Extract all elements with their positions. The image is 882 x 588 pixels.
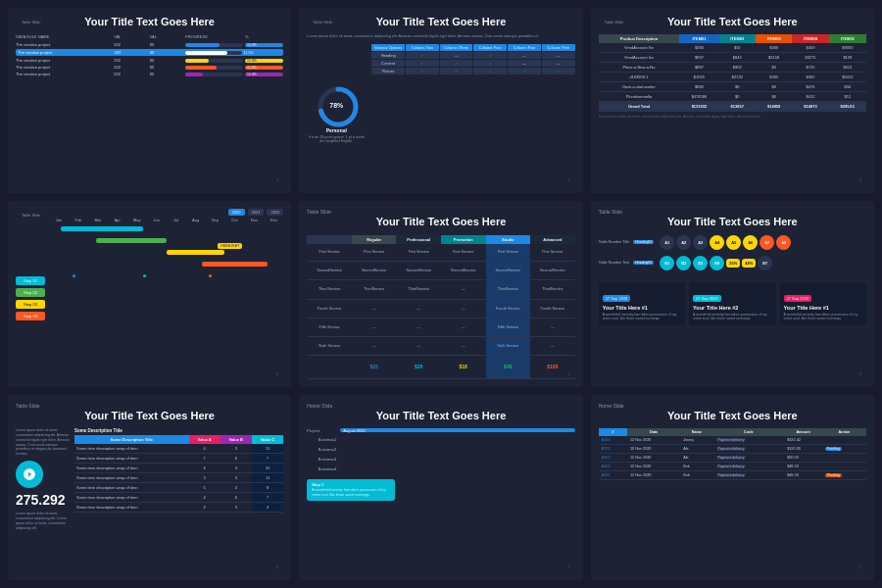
table-row: Some item description wrap of item434 bbox=[74, 502, 283, 512]
table-row: Some item description wrap of item548 bbox=[74, 482, 283, 492]
table-row: Some item description wrap of item3311 bbox=[74, 472, 283, 482]
table-row: The creative project 202 80 11.0% bbox=[16, 58, 283, 63]
gantt-row bbox=[49, 224, 283, 232]
slide2-desc: Lorem ipsum dolor sit amet, consectetur … bbox=[307, 34, 574, 39]
slide2-tag: Table Slide bbox=[313, 20, 332, 24]
gantt-row: HIGHLIGHT bbox=[49, 248, 283, 256]
slide-number: 7 bbox=[567, 564, 569, 569]
progress-bar bbox=[185, 59, 243, 63]
slide-number: 3 bbox=[859, 371, 861, 376]
slide-2: Table Slide Your Title Text Goes Here Lo… bbox=[299, 8, 582, 193]
slide6-title: Your Title Text Goes Here bbox=[599, 216, 866, 228]
table-row: Some item description wrap of item4311 bbox=[74, 444, 283, 454]
table-row: Place-a-New-a-No$897$902$0$725$412 bbox=[599, 63, 866, 73]
card-item: 27 Sep 2020 Your Title Here #2 A wonderf… bbox=[689, 282, 775, 326]
slide3-title: Your Title Text Goes Here bbox=[599, 16, 866, 28]
slide9-title: Your Title Text Goes Here bbox=[599, 410, 866, 422]
gantt-chart: JanFebMarApr MayJunJulAug SepOctNovDec H… bbox=[49, 218, 283, 378]
card-item: 27 Sep 2020 Your Title Here #1 A wonderf… bbox=[599, 282, 685, 326]
slide7-left: Lorem ipsum dolor sit amet, consectetur … bbox=[16, 428, 70, 572]
table-row: Third Service ThirdService ThirdService … bbox=[307, 280, 574, 299]
table-row: VendAccount Inc$697$842$3158$3275$128 bbox=[599, 53, 866, 63]
slide2-title: Your Title Text Goes Here bbox=[307, 16, 574, 28]
slide9-tag: Home Slide bbox=[599, 403, 866, 409]
slide6-tag: Table Slide bbox=[599, 209, 866, 215]
gantt-row bbox=[49, 260, 283, 268]
table-row: A102 12 Nov 2020 Jimmy Payment delivery … bbox=[599, 436, 866, 445]
table-row: SecondService SecondService SecondServic… bbox=[307, 262, 574, 280]
table-row: Some item description wrap of item467 bbox=[74, 492, 283, 502]
slide-4: Table Slide 2020 2021 2022 Step 01 Step … bbox=[8, 201, 291, 386]
slide-1: Table Slide Your Title Text Goes Here DA… bbox=[8, 8, 291, 193]
slide1-tag: Table Slide bbox=[22, 20, 41, 24]
big-stat: 275.292 bbox=[16, 492, 70, 508]
table-row: Fifth Service — — — Fifth Service — bbox=[307, 318, 574, 336]
gantt-body: Step 01 Step 02 Step 03 Step 04 JanFebMa… bbox=[16, 218, 283, 378]
slide2-body: 78% Personal It is an 18-point system. 1… bbox=[307, 44, 574, 186]
slide-number: 4 bbox=[276, 564, 278, 569]
slide-number: 2 bbox=[567, 177, 569, 182]
table-row: Fourth Service — — — Fourth Service Four… bbox=[307, 299, 574, 318]
slide1-title: Your Title Text Goes Here bbox=[16, 16, 283, 28]
table-row: Plumbcentrella$474586$0$0$412$12 bbox=[599, 92, 866, 102]
node-row-a: Table Number Title Heading01 A1 A2 A3 A4… bbox=[599, 235, 866, 250]
bar-row: Business2 bbox=[307, 447, 574, 452]
bar-row: Business1 bbox=[307, 437, 574, 442]
slide-5: Table Slide Your Title Text Goes Here Re… bbox=[299, 201, 582, 386]
table-row: The creative project 202 80 11.5% bbox=[16, 49, 283, 56]
table-row: The creative project 202 80 11.0% bbox=[16, 65, 283, 70]
slide8-title: Your Title Text Goes Here bbox=[307, 410, 574, 422]
slide7-tag: Table Slide bbox=[16, 403, 283, 409]
cards-row: 27 Sep 2020 Your Title Here #1 A wonderf… bbox=[599, 282, 866, 326]
slide1-content: DATA RULE NAME VAL VAL PROGRESS % The cr… bbox=[16, 34, 283, 185]
slide-number: 1 bbox=[859, 564, 861, 569]
step-box: Step 1 A wonderful serenity has taken po… bbox=[307, 479, 395, 501]
node-row-b: Table Number Text Heading01 B1 B2 B3 B4 … bbox=[599, 256, 866, 270]
slide5-title: Your Title Text Goes Here bbox=[307, 216, 574, 228]
table-row: VendAccount No$390$50$369$459$9000 bbox=[599, 43, 866, 53]
circle-chart: 78% bbox=[317, 85, 356, 124]
price-row: $15 $28 $18 $49 $188 bbox=[307, 356, 574, 379]
circle-percent: 78% bbox=[329, 101, 343, 108]
table-row: First Service First Service First Servic… bbox=[307, 244, 574, 262]
progress-bar bbox=[185, 51, 242, 55]
slide3-tag: Table Slide bbox=[605, 20, 624, 24]
progress-bar bbox=[185, 43, 243, 47]
slide-number: 2 bbox=[567, 371, 569, 376]
table-row: #103900-1$1025$2133$365$392$6412 bbox=[599, 73, 866, 82]
table-row: Some item description wrap of item767 bbox=[74, 453, 283, 463]
slide5-tag: Table Slide bbox=[307, 209, 574, 215]
table-row: A702 15 Nov 2020 Ale Payment delivery $5… bbox=[599, 453, 866, 462]
progress-bar bbox=[185, 73, 243, 76]
progress-bar bbox=[185, 66, 243, 70]
table-row: A102 12 Nov 2020 Bob Payment delivery $4… bbox=[599, 470, 866, 479]
slide-8: Home Slide Your Title Text Goes Here Pro… bbox=[299, 395, 582, 580]
year-tabs: 2020 2021 2022 bbox=[16, 209, 283, 216]
slide-number: 3 bbox=[859, 177, 861, 182]
slide-number: 1 bbox=[276, 177, 278, 182]
table-row: Deck-a-clad-wetter$880$0$0$476$34 bbox=[599, 82, 866, 92]
gantt-months: JanFebMarApr MayJunJulAug SepOctNovDec bbox=[49, 218, 283, 222]
table-row-total: Grand Total$131932$13857$14959$14973$295… bbox=[599, 102, 866, 112]
card-item: 27 Sep 2020 Your Title Here #1 A wonderf… bbox=[780, 282, 866, 326]
bar-row: Business3 bbox=[307, 457, 574, 462]
gantt-row bbox=[49, 236, 283, 244]
bar-chart: Business1 Business2 Business3 bbox=[307, 437, 574, 572]
slide7-right: Some Description Title Some Description … bbox=[74, 428, 283, 572]
table-row: A702 10 Nov 2020 Ale Payment delivery $1… bbox=[599, 444, 866, 453]
table-row: A102 12 Nov 2020 Bob Payment delivery $4… bbox=[599, 462, 866, 470]
slide7-title: Your Title Text Goes Here bbox=[16, 410, 283, 422]
color-table: Product Description ITEM01 ITEM02 ITEM03… bbox=[599, 34, 866, 112]
table-row: Sixth Service — — — Sixth Service — bbox=[307, 336, 574, 355]
slide-9: Home Slide Your Title Text Goes Here # D… bbox=[591, 395, 874, 580]
data-table: # Date Name Code Amount Action A102 12 N… bbox=[599, 428, 866, 480]
chart-header: Project August 2020 bbox=[307, 428, 574, 433]
table-row: Some item description wrap of item4322 bbox=[74, 463, 283, 472]
slide-7: Table Slide Your Title Text Goes Here Lo… bbox=[8, 395, 291, 580]
slide2-right: Various Options Column Two Column Three … bbox=[371, 44, 574, 186]
slide-6: Table Slide Your Title Text Goes Here Ta… bbox=[591, 201, 874, 386]
mini-table: Some Description Title Value A Value B V… bbox=[74, 435, 283, 513]
footnote: Lorem ipsum dolor sit amet, consectetur … bbox=[599, 115, 866, 120]
slide2-left: 78% Personal It is an 18-point system. 1… bbox=[307, 44, 366, 186]
gantt-steps: Step 01 Step 02 Step 03 Step 04 bbox=[16, 218, 45, 378]
